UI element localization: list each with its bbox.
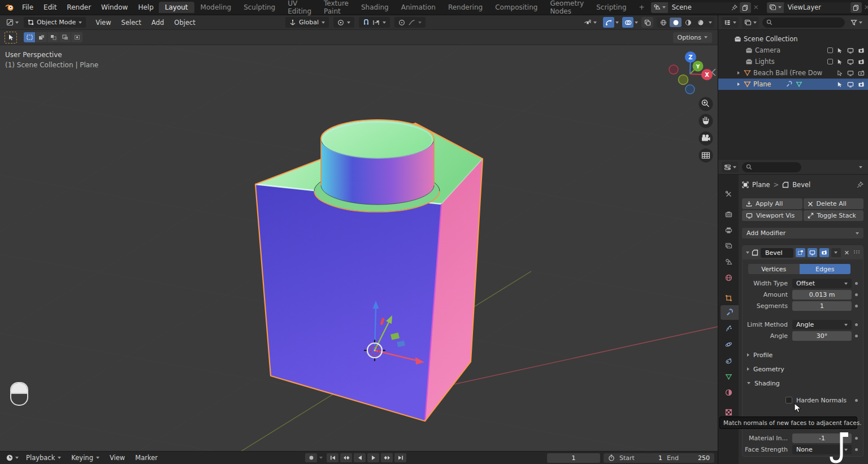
exclude-checkbox[interactable]	[827, 47, 833, 53]
show-gizmo-toggle[interactable]	[603, 17, 614, 28]
shading-material-button[interactable]	[682, 18, 694, 27]
expand-chevron[interactable]	[746, 251, 749, 254]
modifier-name-field[interactable]: Bevel	[761, 248, 793, 258]
tab-physics[interactable]	[718, 337, 739, 352]
amount-field[interactable]: 0.013 m	[792, 290, 852, 300]
tab-shading[interactable]: Shading	[355, 2, 395, 13]
animate-dot[interactable]	[855, 323, 858, 326]
shading-solid-button[interactable]	[670, 18, 682, 27]
mode-selector[interactable]: Object Mode	[24, 17, 86, 28]
menu-window[interactable]: Window	[96, 3, 133, 11]
tab-animation[interactable]: Animation	[395, 2, 442, 13]
select-mode-new[interactable]	[24, 32, 35, 42]
tab-tool[interactable]	[718, 187, 739, 201]
menu-marker[interactable]: Marker	[130, 454, 163, 462]
disable-render-icon[interactable]	[858, 47, 865, 54]
width-type-dropdown[interactable]: Offset	[792, 279, 852, 288]
zoom-button[interactable]	[699, 97, 713, 111]
hide-viewport-icon[interactable]	[847, 81, 854, 88]
limit-method-dropdown[interactable]: Angle	[792, 320, 852, 329]
pin-icon[interactable]	[729, 2, 740, 13]
end-frame-field[interactable]: End 250	[667, 454, 710, 462]
tab-layout[interactable]: Layout	[159, 2, 194, 13]
realtime-toggle[interactable]	[808, 248, 817, 257]
display-mode-button[interactable]	[742, 17, 759, 28]
toggle-stack-button[interactable]: Toggle Stack	[804, 210, 864, 221]
tab-geometry-nodes[interactable]: Geometry Nodes	[544, 0, 590, 17]
breadcrumb-object[interactable]: Plane	[752, 181, 770, 189]
outliner-row-beach-ball[interactable]: Beach Ball (Free Dow	[718, 67, 868, 79]
proportional-editing-icon[interactable]	[398, 19, 405, 26]
select-mode-subtract[interactable]	[47, 32, 59, 42]
add-workspace-button[interactable]: +	[633, 2, 651, 13]
hide-viewport-icon[interactable]	[847, 70, 854, 76]
brick-object[interactable]	[255, 120, 483, 421]
remove-view-layer-button[interactable]: ✕	[862, 3, 868, 11]
object-visibility-dropdown[interactable]	[581, 17, 600, 28]
active-tool-select-box[interactable]	[5, 32, 17, 44]
animate-dot[interactable]	[855, 305, 858, 307]
animate-dot[interactable]	[855, 335, 858, 337]
disable-render-icon[interactable]	[858, 81, 865, 88]
properties-search-input[interactable]	[742, 162, 801, 172]
view-layer-icon[interactable]	[767, 2, 784, 13]
apply-all-button[interactable]: Apply All	[742, 198, 802, 209]
tab-view-layer[interactable]	[718, 238, 739, 253]
animate-dot[interactable]	[855, 282, 858, 285]
delete-all-button[interactable]: Delete All	[804, 198, 864, 209]
tab-output[interactable]	[718, 223, 739, 237]
pivot-point-dropdown[interactable]	[333, 17, 354, 28]
angle-field[interactable]: 30°	[792, 331, 852, 341]
prev-keyframe-button[interactable]	[340, 453, 352, 462]
hide-viewport-icon[interactable]	[847, 59, 854, 65]
menu-keying[interactable]: Keying	[66, 454, 105, 462]
tab-object[interactable]	[718, 290, 739, 305]
section-profile[interactable]: Profile	[747, 349, 860, 361]
axis-neg-z-ball[interactable]	[685, 85, 695, 94]
xray-toggle[interactable]	[641, 17, 653, 28]
pin-icon[interactable]	[857, 181, 863, 188]
disable-render-icon[interactable]	[858, 59, 865, 65]
animate-dot[interactable]	[855, 437, 858, 440]
outliner-search-input[interactable]	[762, 18, 845, 28]
viewport-3d[interactable]: Z Y X	[0, 45, 718, 451]
falloff-curve-icon[interactable]	[408, 19, 415, 26]
editor-type-button[interactable]	[3, 17, 21, 28]
outliner-row-plane[interactable]: Plane	[718, 79, 868, 90]
menu-file[interactable]: File	[17, 3, 38, 11]
section-geometry[interactable]: Geometry	[747, 363, 860, 375]
affect-vertices-button[interactable]: Vertices	[748, 264, 800, 274]
tab-object-data[interactable]	[718, 369, 739, 384]
play-button[interactable]	[367, 453, 379, 462]
magnet-icon[interactable]	[363, 19, 370, 26]
unlink-scene-button[interactable]: ✕	[751, 3, 761, 11]
tab-scene[interactable]	[718, 254, 739, 269]
menu-view[interactable]: View	[90, 19, 116, 27]
hide-viewport-icon[interactable]	[847, 47, 854, 54]
selectable-icon[interactable]	[837, 81, 843, 88]
auto-keying-button[interactable]	[305, 453, 317, 462]
tab-rendering[interactable]: Rendering	[442, 2, 489, 13]
menu-select[interactable]: Select	[116, 19, 146, 27]
timeline-editor-type-button[interactable]	[3, 453, 21, 463]
animate-dot[interactable]	[855, 448, 858, 451]
menu-edit[interactable]: Edit	[38, 3, 62, 11]
segments-field[interactable]: 1	[792, 301, 852, 311]
shading-wireframe-button[interactable]	[657, 18, 669, 27]
menu-object[interactable]: Object	[169, 19, 200, 27]
show-overlays-toggle[interactable]	[622, 17, 633, 28]
view-layer-name-field[interactable]: ViewLayer	[784, 2, 850, 13]
outliner-editor-type-button[interactable]	[722, 17, 739, 28]
tab-sculpting[interactable]: Sculpting	[237, 2, 281, 13]
blender-logo-icon[interactable]	[5, 3, 15, 12]
drag-handle-icon[interactable]	[853, 250, 860, 255]
axis-neg-y-ball[interactable]	[679, 75, 688, 85]
modifier-extras-button[interactable]	[831, 248, 841, 257]
animate-dot[interactable]	[855, 293, 858, 296]
transform-orientation-dropdown[interactable]: Global	[285, 17, 329, 28]
tab-constraints[interactable]	[718, 353, 739, 368]
navigation-gizmo[interactable]: Z Y X	[669, 51, 713, 94]
snap-target-icon[interactable]	[372, 19, 380, 26]
menu-playback[interactable]: Playback	[21, 454, 66, 462]
jump-to-start-button[interactable]	[327, 453, 338, 462]
